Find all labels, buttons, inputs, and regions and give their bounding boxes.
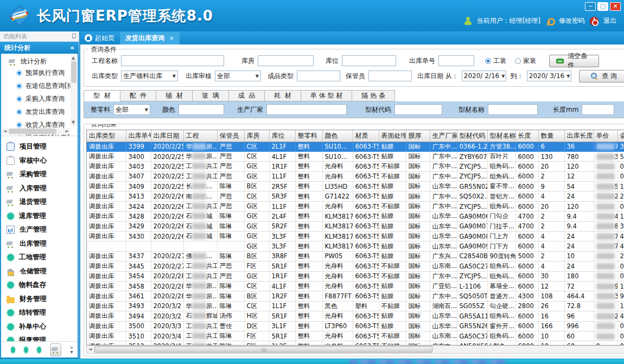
tree-item[interactable]: 采购入库查询 [16,94,70,104]
tree-item[interactable]: 在途信息查询[待 [16,81,70,91]
module-dot-button[interactable] [11,347,15,353]
color-input[interactable] [179,104,224,115]
sidebar-menu-item[interactable]: 退库管理 [7,209,75,223]
table-row[interactable]: 调拨出库33992020/2/25华原...严思C区2L1F整料SU10...6… [87,142,624,151]
sidebar-menu-item[interactable]: 物料盘存 [7,278,75,292]
table-row[interactable]: 调拨出库35102020/3/4工共工程陈琳F区5R1F整料光身料6063-T5… [87,331,624,341]
length-input[interactable] [582,104,614,115]
sidebar-menu-item[interactable]: 财务管理 [7,292,75,306]
sidebar-menu-item[interactable]: 退货管理 [7,195,75,209]
column-header[interactable]: 数量 [538,130,564,142]
sidebar-menu-item[interactable]: 仓储管理 [7,265,75,279]
tree-item[interactable]: 发货出库查询 [16,107,70,117]
column-header[interactable]: 金 [617,130,624,142]
profile-code-input[interactable] [394,104,442,115]
sidebar-menu-item[interactable]: 采购管理 [7,168,75,182]
column-header[interactable]: 工程 [183,130,217,142]
maximize-button[interactable]: □ [597,2,608,11]
pin-icon[interactable] [72,34,75,39]
sidebar-section-header[interactable]: 统计分析 « [0,42,79,54]
work-install-radio[interactable] [485,58,491,64]
material-tab[interactable]: 型 材 [84,90,120,101]
column-header[interactable]: 出库单号 [126,130,151,142]
table-row[interactable]: 调拨出库34002020/2/25华原...严思C区4L1F整料SU10...6… [87,151,624,161]
column-header[interactable]: 长度 [515,130,538,142]
sidebar-menu-item[interactable]: 项目管理 [7,140,75,154]
table-row[interactable]: 调拨出库34072020/2/25工共工程严思G区1L1F整料光身料6063-T… [87,171,624,181]
column-header[interactable]: 保管员 [217,130,244,142]
column-header[interactable]: 库房 [244,130,269,142]
column-header[interactable]: 型材名称 [487,130,515,142]
date-to-select[interactable]: 2020/ 3/16▼ [527,71,571,81]
column-header[interactable]: 型材代码 [457,130,487,142]
sidebar-menu-item[interactable]: 审核中心 [7,154,75,168]
change-password-link[interactable]: 修改密码 [559,16,585,25]
sidebar-menu-item[interactable]: 工地管理 [7,251,75,265]
table-row[interactable]: 调拨出库34932020/3/2华原...陈琳C区1L1F整料黑色塑料不贴膜国标… [87,301,624,311]
material-tab[interactable]: 隔 热 条 [352,90,395,101]
cart-module-button[interactable] [50,343,61,356]
close-tab-icon[interactable]: × [169,35,174,42]
column-header[interactable]: 出库日期 [151,130,183,142]
material-tab[interactable]: 配 件 [120,90,157,101]
sidebar-menu-item[interactable]: 入库管理 [7,182,75,196]
table-row[interactable]: 调拨出库34612020/2/28华原...陈琳B区1R2F整料F8877FT6… [87,291,624,301]
column-header[interactable]: 出库长度 [564,130,594,142]
tree-item[interactable]: 预算执行查询 [16,68,70,78]
home-install-radio[interactable] [515,58,521,64]
keeper-input[interactable] [368,71,412,81]
tab-shipment-query[interactable]: 发货出库查询 × [120,31,180,44]
sidebar-menu-item[interactable]: 生产管理 [7,223,75,237]
table-row[interactable]: 调拨出库34542020/2/28工共工程严思G区1R1F整料光身料6063-T… [87,271,624,281]
table-row[interactable]: 调拨出库34372020/2/27佛...陈琳B区3R8F整料PW056063-… [87,251,624,261]
table-row[interactable]: G区3L3F整料KLM38176063-T5贴膜国标山东华...GA90M09.… [87,241,624,251]
material-tab[interactable]: 成 品 [229,90,265,101]
search-button[interactable]: 查 询 [579,70,624,82]
close-button[interactable]: ✕ [610,2,621,11]
material-tab[interactable]: 耗 材 [265,90,301,101]
column-header[interactable]: 膜厚 [406,130,430,142]
column-header[interactable]: 单价 [594,130,617,142]
expand-chevron[interactable]: »▾ [70,346,73,354]
table-row[interactable]: 调拨出库34452020/2/27工共工程严思F区5R1F整料光身料6063-T… [87,261,624,271]
tab-home[interactable]: 起始页 [80,31,120,44]
column-header[interactable]: 生产厂家 [430,130,457,142]
sidebar-menu-item[interactable]: 结转管理 [7,306,75,320]
factory-input[interactable] [266,104,347,115]
audit-select[interactable]: 全部▼ [215,71,261,81]
table-row[interactable]: 调拨出库34132020/2/26南...严思C区5R3F整料G71422606… [87,191,624,201]
table-row[interactable]: 调拨出库34942020/3/2石辉城汤伟H区5R1F整料光身料6063-T5贴… [87,311,624,321]
column-header[interactable]: 材质 [353,130,379,142]
material-tab[interactable]: 单 体 型 材 [301,90,352,101]
sidebar-menu-item[interactable]: 报废管理 [7,334,75,341]
minimize-button[interactable]: ─ [585,2,596,11]
column-header[interactable]: 库位 [269,130,295,142]
table-row[interactable]: 调拨出库34292020/2/26石城陈琳G区5R2F整料KLM38176063… [87,221,624,231]
material-tab[interactable]: 玻 璃 [193,90,229,101]
logout-link[interactable]: 退出 [603,16,616,25]
out-type-select[interactable]: 生产领料出库▼ [121,71,178,81]
whole-part-select[interactable]: 全部▼ [113,104,150,115]
table-row[interactable]: 调拨出库35122020/3/4工共工程陈琳F区1L2F整料光身料6063-T5… [87,341,624,346]
tree-vertical-scrollbar[interactable]: ▲ ▼ [71,55,77,126]
column-header[interactable]: 整零料 [295,130,322,142]
sidebar-menu-item[interactable]: 补单中心 [7,320,75,334]
table-row[interactable]: 调拨出库34302020/2/26石城陈琳G区3L3F整料KLM38176063… [87,232,624,241]
collapse-icon[interactable]: « [70,44,74,52]
table-row[interactable]: 调拨出库34282020/2/26石城陈琳G区2L4F整料KLM38176063… [87,212,624,221]
tree-horizontal-scrollbar[interactable]: ◄ ► [2,128,70,135]
location-input[interactable] [342,55,396,66]
tree-root-node[interactable]: 统计分析 [9,57,70,66]
project-name-input[interactable] [121,55,224,66]
sidebar-menu-item[interactable]: 出库管理 [7,237,75,251]
table-row[interactable]: 调拨出库35002020/3/3工共工程曹佳D区3L1F整料LT3P606063… [87,321,624,331]
clear-conditions-button[interactable]: 清空条件 [549,55,599,67]
product-type-input[interactable] [297,71,340,81]
warehouse-input[interactable] [258,55,314,66]
table-row[interactable]: 调拨出库34092020/2/25长...陈琳B区2R5F整料LI35HD606… [87,182,624,191]
horizontal-scrollbar[interactable]: ◄ ► [86,346,624,354]
table-row[interactable]: 调拨出库34032020/2/25工共工程严思G区1R1F整料光身料6063-T… [87,162,624,171]
module-dot-button[interactable] [37,347,41,353]
column-header[interactable]: 表面处理 [379,130,406,142]
column-header[interactable]: 颜色 [322,130,353,142]
